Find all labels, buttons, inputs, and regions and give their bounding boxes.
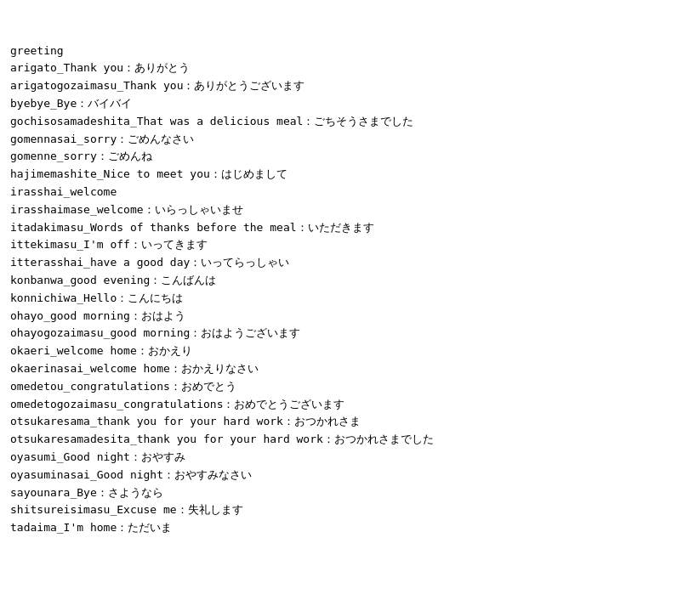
list-item: oyasuminasai_Good night：おやすみなさい xyxy=(10,467,690,484)
list-item: gomennasai_sorry：ごめんなさい xyxy=(10,131,690,149)
list-item: okaeri_welcome home：おかえり xyxy=(10,342,690,360)
list-item: tadaima_I'm home：ただいま xyxy=(10,519,690,537)
list-item: omedetou_congratulations：おめでとう xyxy=(10,378,690,396)
list-item: sayounara_Bye：さようなら xyxy=(10,484,690,502)
list-item: gochisosamadeshita_That was a delicious … xyxy=(10,113,690,131)
list-item: gomenne_sorry：ごめんね xyxy=(10,148,690,166)
list-item: konbanwa_good evening：こんばんは xyxy=(10,272,690,290)
list-item: ohayo_good morning：おはよう xyxy=(10,308,690,325)
section-greeting: greetingarigato_Thank you：ありがとうarigatogo… xyxy=(10,42,690,537)
main-content: greetingarigato_Thank you：ありがとうarigatogo… xyxy=(10,7,690,600)
blank-lines xyxy=(10,573,690,601)
list-item: okaerinasai_welcome home：おかえりなさい xyxy=(10,360,690,378)
list-item: otsukaresamadesita_thank you for your ha… xyxy=(10,431,690,449)
list-item: shitsureisimasu_Excuse me：失礼します xyxy=(10,501,690,519)
list-item: omedetogozaimasu_congratulations：おめでとうござ… xyxy=(10,396,690,414)
list-item: irasshai_welcome xyxy=(10,184,690,201)
list-item: arigatogozaimasu_Thank you：ありがとうございます xyxy=(10,77,690,95)
list-item: arigato_Thank you：ありがとう xyxy=(10,59,690,77)
list-item: byebye_Bye：バイバイ xyxy=(10,95,690,113)
list-item: ittekimasu_I'm off：いってきます xyxy=(10,236,690,254)
list-item: itterasshai_have a good day：いってらっしゃい xyxy=(10,254,690,272)
list-item: konnichiwa_Hello：こんにちは xyxy=(10,290,690,308)
list-item: oyasumi_Good night：おやすみ xyxy=(10,449,690,467)
list-item: ohayogozaimasu_good morning：おはようございます xyxy=(10,325,690,342)
list-item: hajimemashite_Nice to meet you：はじめまして xyxy=(10,166,690,184)
list-item: otsukaresama_thank you for your hard wor… xyxy=(10,413,690,431)
list-item: greeting xyxy=(10,42,690,60)
list-item: irasshaimase_welcome：いらっしゃいませ xyxy=(10,201,690,219)
list-item: itadakimasu_Words of thanks before the m… xyxy=(10,219,690,237)
